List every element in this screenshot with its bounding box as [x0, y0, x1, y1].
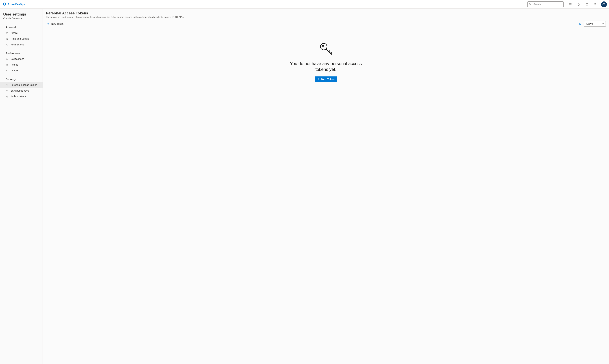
svg-point-6 — [569, 4, 569, 4]
svg-point-38 — [322, 45, 324, 47]
svg-point-26 — [6, 90, 7, 91]
svg-point-19 — [7, 64, 7, 65]
sidebar-item-label: Authorizations — [11, 95, 26, 98]
sidebar-item-notifications[interactable]: Notifications — [0, 56, 43, 62]
sidebar-title: User settings — [0, 12, 43, 17]
refresh-icon — [6, 43, 9, 46]
filter-settings-icon[interactable] — [577, 21, 582, 26]
brand-link[interactable]: Azure DevOps — [2, 2, 25, 6]
sidebar-item-label: Permissions — [11, 43, 24, 46]
svg-point-21 — [8, 64, 8, 65]
sidebar-item-label: Personal access tokens — [11, 83, 37, 86]
search-input[interactable] — [533, 3, 564, 6]
sidebar-item-usage[interactable]: Usage — [0, 68, 43, 73]
sidebar-item-label: Notifications — [11, 57, 24, 60]
empty-state: You do not have any personal access toke… — [46, 27, 606, 82]
empty-message: You do not have any personal access toke… — [288, 61, 364, 72]
sidebar-item-authorizations[interactable]: Authorizations — [0, 93, 43, 99]
avatar-initials: CS — [603, 3, 606, 6]
sidebar-username: Claudia Sonarova — [0, 17, 43, 21]
svg-point-10 — [595, 3, 596, 4]
palette-icon — [6, 63, 9, 66]
svg-line-1 — [531, 4, 531, 5]
search-box[interactable] — [528, 1, 564, 7]
sidebar-item-profile[interactable]: Profile — [0, 30, 43, 36]
chat-icon — [6, 57, 9, 60]
sidebar-group-security: Security — [0, 73, 43, 82]
sidebar-item-label: Profile — [11, 32, 18, 34]
plus-icon — [317, 78, 320, 81]
sidebar-item-theme[interactable]: Theme — [0, 62, 43, 68]
svg-rect-30 — [7, 96, 8, 97]
plus-icon — [47, 22, 50, 26]
sidebar-item-label: Usage — [11, 69, 18, 72]
shopping-bag-icon[interactable] — [575, 1, 582, 8]
avatar[interactable]: CS — [601, 1, 607, 7]
topbar: Azure DevOps CS — [0, 0, 609, 9]
new-token-label: New Token — [51, 22, 64, 25]
toolbar: New Token Active — [46, 20, 606, 27]
sidebar-item-label: Time and Locale — [11, 37, 29, 40]
new-token-button[interactable]: New Token — [46, 22, 65, 26]
work-items-icon[interactable] — [567, 1, 574, 8]
sidebar-item-label: SSH public keys — [11, 89, 29, 92]
key-icon — [6, 83, 9, 86]
svg-point-12 — [6, 32, 7, 33]
lock-icon — [6, 95, 9, 98]
profile-icon — [6, 32, 9, 34]
svg-point-36 — [580, 24, 581, 25]
status-filter-dropdown[interactable]: Active — [584, 21, 606, 26]
svg-point-0 — [530, 3, 531, 4]
help-icon[interactable] — [583, 1, 591, 8]
azure-devops-logo-icon — [2, 2, 6, 6]
sidebar-item-ssh[interactable]: SSH public keys — [0, 88, 43, 93]
sidebar-group-preferences: Preferences — [0, 47, 43, 56]
empty-key-icon — [318, 41, 333, 57]
page: User settings Claudia Sonarova Account P… — [0, 9, 609, 364]
empty-new-token-button[interactable]: New Token — [315, 77, 337, 82]
chevron-down-icon — [602, 22, 604, 25]
user-settings-icon[interactable] — [592, 1, 599, 8]
svg-point-5 — [569, 3, 569, 4]
page-title: Personal Access Tokens — [46, 11, 606, 15]
status-filter-value: Active — [586, 22, 593, 25]
ssh-key-icon — [6, 89, 9, 92]
svg-point-11 — [596, 5, 596, 5]
globe-icon — [6, 37, 9, 40]
topbar-right: CS — [528, 1, 607, 8]
bars-icon — [6, 69, 9, 72]
svg-point-34 — [579, 23, 580, 24]
sidebar-item-permissions[interactable]: Permissions — [0, 42, 43, 47]
sidebar-item-label: Theme — [11, 63, 18, 66]
svg-rect-18 — [6, 58, 8, 59]
sidebar-item-pat[interactable]: Personal access tokens — [0, 82, 43, 88]
search-icon — [529, 3, 532, 6]
brand-label: Azure DevOps — [8, 3, 25, 6]
sidebar: User settings Claudia Sonarova Account P… — [0, 9, 43, 364]
page-description: These can be used instead of a password … — [46, 16, 606, 18]
main: Personal Access Tokens These can be used… — [43, 9, 609, 364]
sidebar-item-time-locale[interactable]: Time and Locale — [0, 36, 43, 42]
empty-new-token-label: New Token — [321, 78, 334, 81]
sidebar-group-account: Account — [0, 21, 43, 30]
svg-point-7 — [569, 5, 569, 5]
